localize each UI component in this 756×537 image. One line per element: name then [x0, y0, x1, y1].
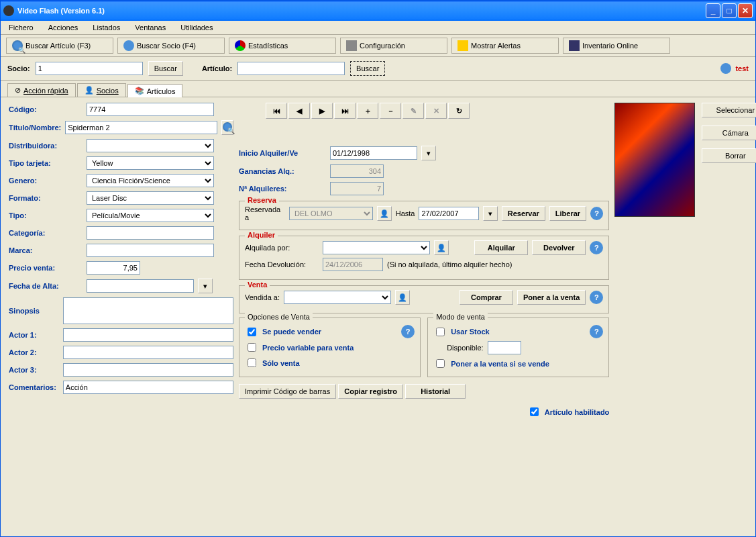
- window-title: Video Flash (Version 6.1): [17, 7, 706, 15]
- buscar-articulo-button[interactable]: Buscar: [350, 61, 385, 76]
- nav-edit-button[interactable]: ✎: [402, 103, 424, 119]
- nav-add-button[interactable]: ＋: [357, 103, 378, 119]
- historial-button[interactable]: Historial: [405, 384, 466, 399]
- hasta-input[interactable]: [419, 207, 479, 220]
- poner-venta-button[interactable]: Poner a la venta: [517, 290, 586, 305]
- buscar-socio-button[interactable]: Buscar: [148, 61, 183, 76]
- close-button[interactable]: ✕: [738, 3, 753, 18]
- borrar-button[interactable]: Borrar: [702, 148, 756, 163]
- nav-cancel-button[interactable]: ✕: [425, 103, 447, 119]
- sinopsis-textarea[interactable]: [63, 297, 233, 324]
- vendida-select[interactable]: [284, 291, 391, 304]
- alquilada-lookup-button[interactable]: 👤: [434, 240, 449, 255]
- menu-acciones[interactable]: Acciones: [46, 22, 81, 33]
- toolbar-configuracion[interactable]: Configuración: [340, 38, 447, 54]
- se-puede-vender-checkbox[interactable]: [248, 328, 256, 336]
- copiar-registro-button[interactable]: Copiar registro: [338, 384, 403, 399]
- liberar-button[interactable]: Liberar: [549, 206, 586, 221]
- inicio-alquiler-label: Inicio Alquiler/Ve: [239, 149, 326, 157]
- tipo-tarjeta-select[interactable]: Yellow: [87, 156, 214, 170]
- menu-utilidades[interactable]: Utilidades: [178, 22, 215, 33]
- marca-input[interactable]: [87, 244, 214, 257]
- comentarios-input[interactable]: [63, 381, 233, 394]
- fecha-dev-input: [323, 258, 383, 271]
- comprar-button[interactable]: Comprar: [460, 290, 513, 305]
- alquilada-select[interactable]: [323, 241, 430, 254]
- formato-label: Formato:: [9, 194, 83, 202]
- fecha-alta-dropdown[interactable]: ▾: [198, 279, 213, 293]
- tab-accion-rapida[interactable]: ⊘Acción rápida: [7, 83, 76, 97]
- genero-select[interactable]: Ciencia Ficción/Science: [87, 174, 214, 187]
- inicio-alquiler-dropdown[interactable]: ▾: [421, 146, 436, 160]
- nav-remove-button[interactable]: －: [380, 103, 401, 119]
- toolbar-buscar-socio[interactable]: Buscar Socio (F4): [117, 38, 225, 54]
- venta-fieldset: Venta Vendida a: 👤 Comprar Poner a la ve…: [239, 285, 609, 313]
- socio-input[interactable]: [36, 62, 143, 75]
- fecha-dev-label: Fecha Devolución:: [245, 260, 319, 268]
- nav-last-button[interactable]: ⏭: [334, 103, 356, 119]
- searchbar: Socio: Buscar Artículo: Buscar test: [1, 57, 755, 81]
- seleccionar-button[interactable]: Seleccionar: [702, 103, 756, 117]
- precio-variable-checkbox[interactable]: [248, 343, 256, 352]
- devolver-button[interactable]: Devolver: [532, 240, 586, 255]
- modo-help-icon[interactable]: ?: [590, 325, 603, 338]
- actor3-input[interactable]: [63, 363, 233, 377]
- menu-fichero[interactable]: Fichero: [6, 22, 36, 33]
- menu-ventanas[interactable]: Ventanas: [132, 22, 168, 33]
- alquilar-button[interactable]: Alquilar: [474, 240, 528, 255]
- alquiler-fieldset: Alquiler Alquilada por: 👤 Alquilar Devol…: [239, 236, 609, 280]
- tipo-label: Tipo:: [9, 211, 83, 219]
- camara-button[interactable]: Cámara: [702, 126, 756, 140]
- reservar-button[interactable]: Reservar: [502, 206, 545, 221]
- articulo-input[interactable]: [237, 62, 345, 75]
- vendida-lookup-button[interactable]: 👤: [395, 290, 410, 305]
- tipo-tarjeta-label: Tipo tarjeta:: [9, 159, 83, 167]
- precio-input[interactable]: [87, 261, 140, 275]
- nav-next-button[interactable]: ▶: [311, 103, 333, 119]
- user-name: test: [735, 64, 749, 72]
- minimize-button[interactable]: _: [706, 3, 720, 18]
- opciones-help-icon[interactable]: ?: [401, 325, 415, 338]
- reservada-label: Reservada a: [245, 205, 285, 222]
- nav-first-button[interactable]: ⏮: [266, 103, 287, 119]
- nav-prev-button[interactable]: ◀: [288, 103, 310, 119]
- fecha-alta-input[interactable]: [87, 279, 194, 293]
- actor2-input[interactable]: [63, 346, 233, 359]
- poner-si-vende-checkbox[interactable]: [436, 359, 445, 368]
- reserva-fieldset: Reserva Reservada a DEL OLMO 👤 Hasta ▾ R…: [239, 201, 609, 230]
- usar-stock-checkbox[interactable]: [436, 328, 445, 336]
- nav-refresh-button[interactable]: ↻: [448, 103, 470, 119]
- tab-socios[interactable]: 👤Socios: [77, 83, 126, 97]
- toolbar-inventario-online[interactable]: Inventario Online: [563, 38, 670, 54]
- formato-select[interactable]: Laser Disc: [87, 191, 214, 205]
- poster-image: [614, 103, 695, 217]
- alquiler-help-icon[interactable]: ?: [590, 241, 603, 254]
- toolbar-estadisticas[interactable]: Estadísticas: [229, 38, 336, 54]
- hasta-dropdown[interactable]: ▾: [483, 206, 497, 221]
- maximize-button[interactable]: □: [722, 3, 737, 18]
- toolbar-mostrar-alertas[interactable]: Mostrar Alertas: [451, 38, 559, 54]
- solo-venta-checkbox[interactable]: [248, 358, 256, 367]
- toolbar-buscar-articulo[interactable]: Buscar Artículo (F3): [6, 38, 113, 54]
- imprimir-codigo-button[interactable]: Imprimir Código de barras: [239, 384, 336, 399]
- titlebar: Video Flash (Version 6.1) _ □ ✕: [1, 1, 755, 21]
- reservada-lookup-button[interactable]: 👤: [377, 206, 391, 221]
- codigo-input[interactable]: [87, 103, 214, 116]
- tipo-select[interactable]: Película/Movie: [87, 209, 214, 222]
- menubar: Fichero Acciones Listados Ventanas Utili…: [1, 21, 755, 35]
- categoria-input[interactable]: [87, 226, 214, 240]
- usar-stock-label: Usar Stock: [451, 328, 489, 336]
- screen-icon: [569, 40, 580, 51]
- menu-listados[interactable]: Listados: [90, 22, 123, 33]
- inicio-alquiler-input[interactable]: [330, 146, 417, 160]
- reserva-help-icon[interactable]: ?: [590, 207, 603, 220]
- articulo-habilitado-checkbox[interactable]: [530, 407, 539, 416]
- disponible-input[interactable]: [488, 341, 521, 354]
- distribuidora-select[interactable]: [87, 139, 214, 152]
- venta-help-icon[interactable]: ?: [590, 291, 603, 304]
- reservada-select[interactable]: DEL OLMO: [289, 207, 373, 220]
- titulo-search-button[interactable]: [221, 120, 233, 135]
- actor1-input[interactable]: [63, 328, 233, 342]
- tab-articulos[interactable]: 📚Artículos: [127, 84, 183, 97]
- titulo-input[interactable]: [65, 121, 217, 134]
